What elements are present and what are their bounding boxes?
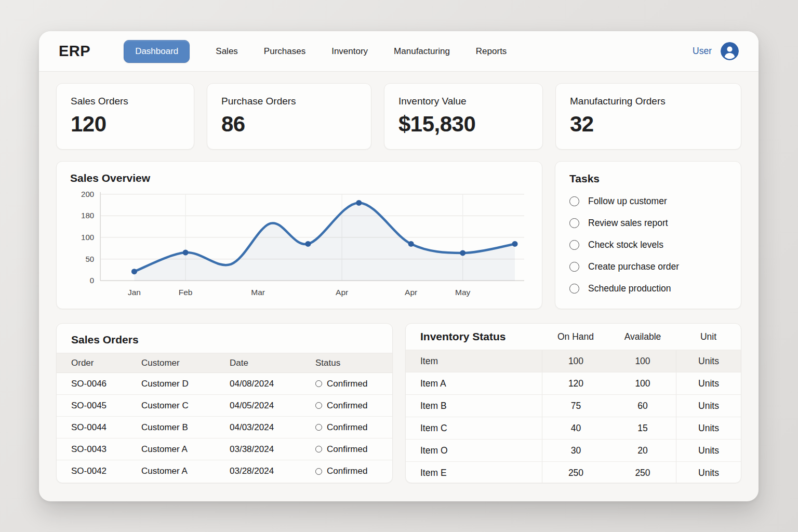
task-item[interactable]: Review sales report (569, 218, 727, 229)
task-label: Create purchase order (588, 261, 679, 272)
task-label: Review sales report (588, 218, 668, 229)
column-header-order: Order (71, 358, 141, 368)
stat-card-inventory-value: Inventory Value $15,830 (384, 83, 543, 150)
inventory-header-row: Inventory Status On Hand Available Unit (406, 324, 741, 350)
inventory-table-title: Inventory Status (406, 330, 542, 343)
tasks-title: Tasks (569, 172, 727, 185)
task-checkbox-icon[interactable] (569, 284, 579, 294)
available-cell: 100 (609, 350, 676, 372)
order-cell: SO-0043 (71, 444, 141, 455)
sales-overview-card: Sales Overview 050100180200JanFebMarAprA… (56, 161, 542, 309)
y-tick-label: 100 (81, 233, 94, 242)
customer-cell: Customer B (141, 422, 230, 433)
stat-value: 86 (221, 112, 357, 137)
status-label: Confirmed (327, 444, 367, 455)
column-header-date: Date (230, 358, 315, 368)
task-label: Follow up customer (588, 196, 667, 207)
date-cell: 03/28/2024 (230, 466, 315, 476)
tasks-card: Tasks Follow up customer Review sales re… (555, 161, 741, 309)
stat-card-purchase-orders: Purchase Orders 86 (207, 83, 371, 150)
task-item[interactable]: Check stock levels (569, 240, 727, 250)
table-row[interactable]: SO-0044 Customer B 04/03/2024 Confirmed (57, 417, 392, 438)
available-cell: 100 (609, 373, 676, 394)
task-label: Check stock levels (588, 240, 663, 250)
table-row[interactable]: SO-0045 Customer C 04/05/2024 Confirmed (57, 395, 392, 417)
task-checkbox-icon[interactable] (569, 218, 579, 228)
user-menu-label[interactable]: User (693, 46, 712, 57)
sales-orders-table-title: Sales Orders (57, 324, 392, 353)
nav-item-purchases[interactable]: Purchases (264, 46, 305, 57)
on-hand-cell: 75 (542, 395, 609, 417)
on-hand-cell: 120 (542, 373, 609, 394)
nav-item-inventory[interactable]: Inventory (331, 46, 368, 57)
x-tick-label: Feb (179, 288, 193, 297)
on-hand-cell: 250 (542, 462, 609, 483)
status-cell: Confirmed (315, 422, 378, 433)
sales-orders-card: Sales Orders Order Customer Date Status … (56, 323, 393, 483)
task-item[interactable]: Schedule production (569, 283, 727, 294)
table-row[interactable]: SO-0042 Customer A 03/28/2024 Confirmed (57, 460, 392, 482)
header-user-area: User (693, 42, 739, 60)
table-row[interactable]: SO-0043 Customer A 03/38/2024 Confirmed (57, 438, 392, 460)
task-checkbox-icon[interactable] (569, 240, 579, 250)
main-nav: Dashboard Sales Purchases Inventory Manu… (124, 40, 507, 63)
task-checkbox-icon[interactable] (569, 262, 579, 272)
app-window: ERP Dashboard Sales Purchases Inventory … (39, 31, 759, 501)
column-header-on-hand: On Hand (542, 331, 609, 342)
table-row[interactable]: Item E 250 250 Units (406, 461, 741, 483)
order-cell: SO-0044 (71, 422, 141, 433)
task-item[interactable]: Create purchase order (569, 261, 727, 272)
nav-item-sales[interactable]: Sales (216, 46, 238, 57)
status-label: Confirmed (327, 466, 367, 476)
status-circle-icon (315, 468, 322, 475)
item-cell: Item B (406, 395, 542, 417)
table-row[interactable]: Item C 40 15 Units (406, 417, 741, 439)
unit-cell: Units (676, 417, 741, 439)
available-cell: 20 (609, 440, 676, 461)
available-cell: 60 (609, 395, 676, 417)
table-row[interactable]: Item 100 100 Units (406, 350, 741, 372)
date-cell: 03/38/2024 (230, 444, 315, 455)
nav-item-reports[interactable]: Reports (476, 46, 507, 57)
nav-item-manufacturing[interactable]: Manufacturing (394, 46, 450, 57)
date-cell: 04/05/2024 (230, 401, 315, 411)
date-cell: 04/08/2024 (230, 379, 315, 389)
on-hand-cell: 40 (542, 417, 609, 439)
task-item[interactable]: Follow up customer (569, 196, 727, 207)
table-row[interactable]: Item A 120 100 Units (406, 372, 741, 394)
customer-cell: Customer A (141, 466, 230, 476)
customer-cell: Customer C (141, 401, 230, 411)
column-header-customer: Customer (141, 358, 230, 368)
item-cell: Item O (406, 440, 542, 461)
stat-card-sales-orders: Sales Orders 120 (56, 83, 194, 150)
stat-value: 32 (570, 112, 727, 137)
table-row[interactable]: Item O 30 20 Units (406, 439, 741, 461)
unit-cell: Units (676, 350, 741, 372)
y-tick-label: 180 (81, 211, 94, 220)
table-row[interactable]: SO-0046 Customer D 04/08/2024 Confirmed (57, 373, 392, 395)
status-cell: Confirmed (315, 401, 378, 411)
item-cell: Item E (406, 462, 542, 483)
y-tick-label: 50 (85, 255, 94, 263)
data-point-marker (460, 250, 466, 256)
data-point-marker (356, 200, 362, 206)
order-cell: SO-0046 (71, 379, 141, 389)
status-circle-icon (315, 446, 322, 453)
table-row[interactable]: Item B 75 60 Units (406, 394, 741, 417)
user-avatar-icon[interactable] (721, 42, 739, 60)
stat-label: Inventory Value (398, 96, 528, 107)
column-header-available: Available (609, 331, 676, 342)
date-cell: 04/03/2024 (230, 422, 315, 433)
x-tick-label: Apr (405, 288, 417, 297)
stat-label: Manufacturing Orders (570, 96, 727, 107)
task-checkbox-icon[interactable] (569, 196, 579, 206)
nav-item-dashboard[interactable]: Dashboard (124, 40, 190, 63)
stat-label: Sales Orders (71, 96, 180, 107)
order-cell: SO-0045 (71, 401, 141, 411)
data-point-marker (305, 241, 311, 247)
item-cell: Item A (406, 373, 542, 394)
order-cell: SO-0042 (71, 466, 141, 476)
customer-cell: Customer D (141, 379, 230, 389)
y-tick-label: 200 (81, 190, 94, 198)
status-cell: Confirmed (315, 444, 378, 455)
